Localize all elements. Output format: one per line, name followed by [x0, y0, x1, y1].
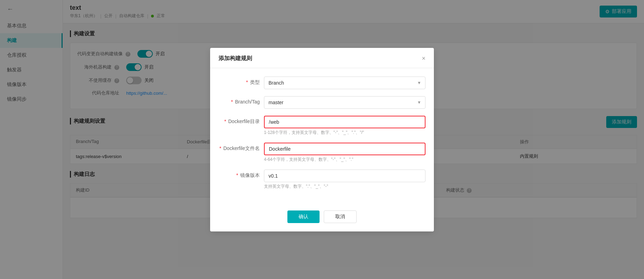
image-version-control: 支持英文字母、数字、"."、"_"、"-" — [264, 170, 425, 189]
modal-body: * 类型 Branch Tag ▼ * Bran — [210, 68, 434, 205]
dockerfile-dir-hint: 1-128个字符，支持英文字母、数字、"-"、"_"、"."、"/" — [264, 130, 425, 136]
add-build-rule-modal: 添加构建规则 × * 类型 Branch Tag ▼ — [210, 48, 434, 231]
dockerfile-name-label: * Dockerfile文件名 — [219, 143, 264, 152]
branch-tag-control: master main develop ▼ — [264, 96, 425, 109]
dockerfile-name-control: 4-64个字符，支持英文字母、数字、"-"、"_"、"." — [264, 143, 425, 163]
branch-tag-select-wrapper: master main develop ▼ — [264, 96, 425, 109]
type-select-wrapper: Branch Tag ▼ — [264, 77, 425, 89]
dockerfile-dir-input[interactable] — [264, 116, 425, 128]
image-version-label: * 镜像版本 — [219, 170, 264, 179]
modal-close-button[interactable]: × — [422, 55, 425, 62]
modal-title: 添加构建规则 — [219, 55, 252, 62]
image-version-form-row: * 镜像版本 支持英文字母、数字、"."、"_"、"-" — [219, 170, 425, 189]
dockerfile-name-input[interactable] — [264, 143, 425, 155]
dockerfile-dir-label: * Dockerfile目录 — [219, 116, 264, 125]
dockerfile-dir-form-row: * Dockerfile目录 1-128个字符，支持英文字母、数字、"-"、"_… — [219, 116, 425, 136]
image-version-hint: 支持英文字母、数字、"."、"_"、"-" — [264, 184, 425, 189]
branch-tag-form-row: * Branch/Tag master main develop ▼ — [219, 96, 425, 109]
dockerfile-name-form-row: * Dockerfile文件名 4-64个字符，支持英文字母、数字、"-"、"_… — [219, 143, 425, 163]
branch-tag-select[interactable]: master main develop — [264, 96, 425, 109]
confirm-button[interactable]: 确认 — [287, 210, 320, 223]
type-control: Branch Tag ▼ — [264, 77, 425, 89]
branch-tag-label: * Branch/Tag — [219, 96, 264, 105]
type-select[interactable]: Branch Tag — [264, 77, 425, 89]
image-version-input[interactable] — [264, 170, 425, 182]
dockerfile-name-hint: 4-64个字符，支持英文字母、数字、"-"、"_"、"." — [264, 157, 425, 163]
type-label: * 类型 — [219, 77, 264, 86]
modal-header: 添加构建规则 × — [210, 48, 434, 68]
modal-overlay: 添加构建规则 × * 类型 Branch Tag ▼ — [0, 0, 644, 279]
modal-footer: 确认 取消 — [210, 205, 434, 231]
dockerfile-dir-control: 1-128个字符，支持英文字母、数字、"-"、"_"、"."、"/" — [264, 116, 425, 136]
cancel-button[interactable]: 取消 — [324, 210, 357, 223]
type-form-row: * 类型 Branch Tag ▼ — [219, 77, 425, 89]
